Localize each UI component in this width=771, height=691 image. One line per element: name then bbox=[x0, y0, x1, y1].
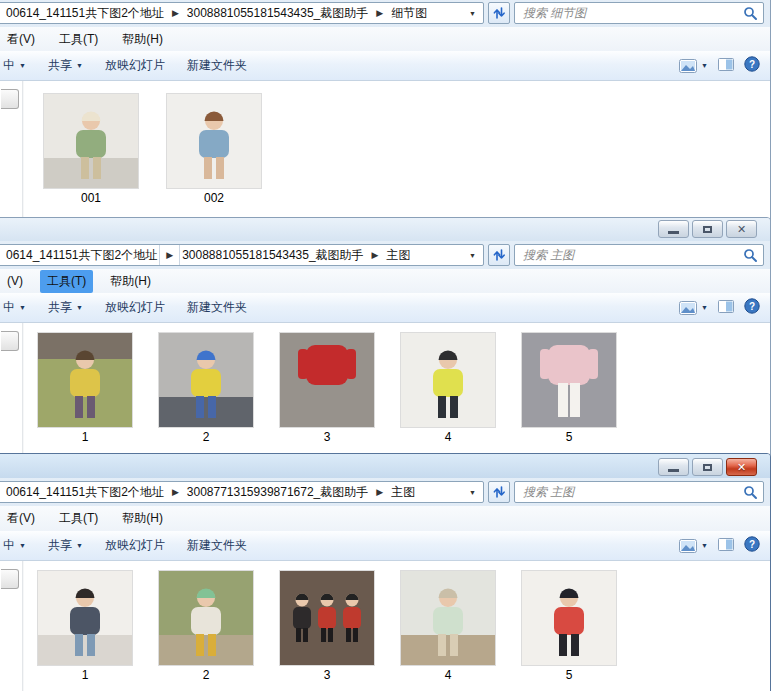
menu-help[interactable]: 帮助(H) bbox=[115, 28, 170, 51]
address-bar[interactable]: 00614_141151共下图2个地址 ▶ 300877131593987167… bbox=[0, 481, 484, 503]
refresh-icon bbox=[492, 248, 506, 262]
chevron-down-icon: ▼ bbox=[701, 542, 708, 549]
file-list-area[interactable]: 12345 bbox=[0, 561, 770, 691]
nav-pane-stub[interactable] bbox=[1, 89, 19, 109]
share-button[interactable]: 共享▼ bbox=[48, 537, 83, 554]
preview-pane-button[interactable] bbox=[718, 538, 734, 554]
help-button[interactable]: ? bbox=[744, 298, 760, 317]
breadcrumb-arrow-icon[interactable]: ▶ bbox=[166, 487, 185, 497]
breadcrumb-segment[interactable]: 00614_141151共下图2个地址 bbox=[4, 5, 166, 22]
search-icon[interactable] bbox=[743, 6, 758, 24]
menu-tools[interactable]: 工具(T) bbox=[52, 28, 105, 51]
menu-tools[interactable]: 工具(T) bbox=[52, 507, 105, 530]
menu-view[interactable]: 看(V) bbox=[0, 28, 42, 51]
preview-pane-button[interactable] bbox=[718, 300, 734, 316]
slideshow-button[interactable]: 放映幻灯片 bbox=[105, 57, 165, 74]
refresh-button[interactable] bbox=[488, 481, 510, 503]
minimize-button[interactable] bbox=[658, 220, 689, 238]
chevron-down-icon: ▼ bbox=[701, 304, 708, 311]
search-box[interactable] bbox=[514, 2, 764, 24]
search-input[interactable] bbox=[515, 6, 763, 20]
change-view-button[interactable]: ▼ bbox=[679, 301, 708, 315]
change-view-button[interactable]: ▼ bbox=[679, 539, 708, 553]
share-button[interactable]: 共享▼ bbox=[48, 57, 83, 74]
address-dropdown-icon[interactable]: ▼ bbox=[466, 10, 479, 17]
menu-view[interactable]: 看(V) bbox=[0, 507, 42, 530]
file-thumbnail[interactable]: 1 bbox=[37, 332, 133, 444]
new-folder-button[interactable]: 新建文件夹 bbox=[187, 299, 247, 316]
breadcrumb-segment[interactable]: 0614_141151共下图2个地址 bbox=[4, 247, 159, 264]
menu-tools[interactable]: 工具(T) bbox=[40, 270, 93, 293]
file-thumbnail[interactable]: 5 bbox=[521, 570, 617, 682]
file-label: 001 bbox=[43, 191, 139, 205]
file-thumbnail[interactable]: 4 bbox=[400, 570, 496, 682]
views-icon bbox=[679, 539, 697, 553]
help-button[interactable]: ? bbox=[744, 56, 760, 75]
maximize-button[interactable] bbox=[692, 458, 723, 476]
minimize-button[interactable] bbox=[658, 458, 689, 476]
file-thumbnail[interactable]: 2 bbox=[158, 570, 254, 682]
help-button[interactable]: ? bbox=[744, 536, 760, 555]
breadcrumb-segment[interactable]: 主图 bbox=[385, 247, 413, 264]
maximize-button[interactable] bbox=[692, 220, 723, 238]
file-list-area[interactable]: 12345 bbox=[0, 323, 770, 463]
menu-help[interactable]: 帮助(H) bbox=[103, 270, 158, 293]
breadcrumb-segment[interactable]: 3008881055181543435_裁图助手 bbox=[180, 247, 365, 264]
change-view-button[interactable]: ▼ bbox=[679, 59, 708, 73]
search-box[interactable] bbox=[514, 481, 764, 503]
address-dropdown-icon[interactable]: ▼ bbox=[466, 489, 479, 496]
refresh-button[interactable] bbox=[488, 244, 510, 266]
file-thumbnail[interactable]: 3 bbox=[279, 332, 375, 444]
address-dropdown-icon[interactable]: ▼ bbox=[466, 252, 479, 259]
file-thumbnail[interactable]: 5 bbox=[521, 332, 617, 444]
breadcrumb-segment[interactable]: 3008881055181543435_裁图助手 bbox=[185, 5, 370, 22]
file-thumbnail[interactable]: 2 bbox=[158, 332, 254, 444]
refresh-icon bbox=[492, 485, 506, 499]
new-folder-button[interactable]: 新建文件夹 bbox=[187, 57, 247, 74]
refresh-icon bbox=[492, 6, 506, 20]
chevron-down-icon: ▼ bbox=[19, 62, 26, 69]
share-button[interactable]: 共享▼ bbox=[48, 299, 83, 316]
preview-pane-button[interactable] bbox=[718, 58, 734, 74]
title-bar[interactable]: ✕ bbox=[0, 218, 770, 241]
search-input[interactable] bbox=[515, 485, 763, 499]
breadcrumb-arrow-icon[interactable]: ▶ bbox=[370, 487, 389, 497]
breadcrumb-arrow-icon[interactable]: ▶ bbox=[370, 8, 389, 18]
breadcrumb-arrow-icon[interactable]: ▶ bbox=[366, 250, 385, 260]
search-icon[interactable] bbox=[743, 485, 758, 503]
preview-pane-icon bbox=[718, 300, 734, 313]
file-label: 1 bbox=[37, 668, 133, 682]
address-bar[interactable]: 00614_141151共下图2个地址 ▶ 300888105518154343… bbox=[0, 2, 484, 24]
include-in-library-button[interactable]: 中▼ bbox=[3, 299, 26, 316]
breadcrumb-arrow-icon[interactable]: ▶ bbox=[159, 245, 180, 265]
address-bar[interactable]: 0614_141151共下图2个地址 ▶ 3008881055181543435… bbox=[0, 244, 484, 266]
new-folder-button[interactable]: 新建文件夹 bbox=[187, 537, 247, 554]
nav-pane-stub[interactable] bbox=[1, 569, 19, 589]
file-label: 2 bbox=[158, 668, 254, 682]
include-in-library-button[interactable]: 中▼ bbox=[3, 537, 26, 554]
breadcrumb-segment[interactable]: 主图 bbox=[389, 484, 417, 501]
file-thumbnail[interactable]: 3 bbox=[279, 570, 375, 682]
search-input[interactable] bbox=[515, 248, 763, 262]
breadcrumb-arrow-icon[interactable]: ▶ bbox=[166, 8, 185, 18]
file-label: 4 bbox=[400, 430, 496, 444]
file-thumbnail[interactable]: 001 bbox=[43, 93, 139, 205]
nav-pane-stub[interactable] bbox=[1, 331, 19, 351]
close-button[interactable]: ✕ bbox=[726, 458, 757, 476]
file-thumbnail[interactable]: 1 bbox=[37, 570, 133, 682]
title-bar[interactable]: ✕ bbox=[0, 454, 770, 478]
slideshow-button[interactable]: 放映幻灯片 bbox=[105, 299, 165, 316]
breadcrumb-segment[interactable]: 细节图 bbox=[389, 5, 429, 22]
breadcrumb-segment[interactable]: 3008771315939871672_裁图助手 bbox=[185, 484, 370, 501]
search-icon[interactable] bbox=[743, 248, 758, 266]
file-thumbnail[interactable]: 002 bbox=[166, 93, 262, 205]
menu-view[interactable]: (V) bbox=[0, 271, 30, 291]
file-thumbnail[interactable]: 4 bbox=[400, 332, 496, 444]
menu-help[interactable]: 帮助(H) bbox=[115, 507, 170, 530]
close-button[interactable]: ✕ bbox=[726, 220, 757, 238]
include-in-library-button[interactable]: 中▼ bbox=[3, 57, 26, 74]
slideshow-button[interactable]: 放映幻灯片 bbox=[105, 537, 165, 554]
breadcrumb-segment[interactable]: 00614_141151共下图2个地址 bbox=[4, 484, 166, 501]
search-box[interactable] bbox=[514, 244, 764, 266]
refresh-button[interactable] bbox=[488, 2, 510, 24]
